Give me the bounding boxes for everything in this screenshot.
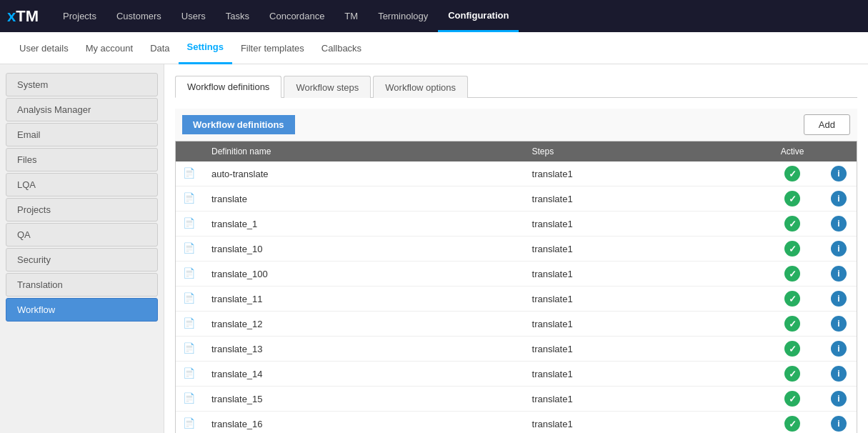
document-icon: 📄 — [183, 417, 194, 430]
subnav-my-account[interactable]: My account — [77, 32, 141, 64]
add-button[interactable]: Add — [804, 114, 850, 135]
row-name: auto-translate — [204, 161, 525, 186]
row-name: translate_15 — [204, 387, 525, 412]
col-steps: Steps — [525, 141, 764, 161]
row-info[interactable]: i — [821, 412, 857, 434]
workflow-table: Definition name Steps Active 📄 auto-tran… — [176, 141, 857, 433]
row-icon-cell: 📄 — [176, 287, 204, 312]
info-icon[interactable]: i — [831, 216, 847, 232]
table-row: 📄 translate_10 translate1 ✓ i — [176, 237, 857, 262]
row-icon-cell: 📄 — [176, 337, 204, 362]
nav-concordance[interactable]: Concordance — [259, 0, 334, 32]
sidebar-item-email[interactable]: Email — [6, 123, 158, 146]
sidebar-item-security[interactable]: Security — [6, 248, 158, 272]
active-check-icon: ✓ — [784, 416, 800, 432]
row-icon-cell: 📄 — [176, 186, 204, 211]
sidebar-item-workflow[interactable]: Workflow — [6, 298, 158, 322]
row-steps: translate1 — [525, 287, 764, 312]
row-info[interactable]: i — [821, 211, 857, 237]
active-check-icon: ✓ — [784, 191, 800, 206]
table-row: 📄 translate_1 translate1 ✓ i — [176, 211, 857, 237]
row-info[interactable]: i — [821, 362, 857, 387]
table-row: 📄 translate_12 translate1 ✓ i — [176, 312, 857, 337]
info-icon[interactable]: i — [831, 266, 847, 282]
row-active: ✓ — [764, 211, 821, 237]
sidebar-item-projects[interactable]: Projects — [6, 198, 158, 222]
col-active: Active — [764, 141, 821, 161]
sidebar-item-analysis-manager[interactable]: Analysis Manager — [6, 98, 158, 121]
info-icon[interactable]: i — [831, 391, 847, 407]
info-icon[interactable]: i — [831, 366, 847, 382]
active-check-icon: ✓ — [784, 316, 800, 332]
row-info[interactable]: i — [821, 312, 857, 337]
nav-users[interactable]: Users — [171, 0, 216, 32]
table-row: 📄 translate_11 translate1 ✓ i — [176, 287, 857, 312]
row-info[interactable]: i — [821, 387, 857, 412]
info-icon[interactable]: i — [831, 166, 847, 181]
info-icon[interactable]: i — [831, 291, 847, 307]
subnav-user-details[interactable]: User details — [11, 32, 77, 64]
nav-configuration[interactable]: Configuration — [438, 0, 519, 32]
row-info[interactable]: i — [821, 237, 857, 262]
row-steps: translate1 — [525, 237, 764, 262]
sidebar-item-files[interactable]: Files — [6, 148, 158, 171]
row-info[interactable]: i — [821, 186, 857, 211]
table-row: 📄 translate_13 translate1 ✓ i — [176, 337, 857, 362]
table-row: 📄 translate translate1 ✓ i — [176, 186, 857, 211]
document-icon: 📄 — [183, 317, 194, 330]
tab-workflow-steps[interactable]: Workflow steps — [284, 76, 371, 98]
document-icon: 📄 — [183, 392, 194, 405]
tab-workflow-definitions[interactable]: Workflow definitions — [175, 76, 281, 98]
top-navigation: xTM Projects Customers Users Tasks Conco… — [0, 0, 868, 32]
sidebar-item-lqa[interactable]: LQA — [6, 173, 158, 196]
active-check-icon: ✓ — [784, 216, 800, 232]
sidebar: System Analysis Manager Email Files LQA … — [0, 64, 164, 433]
sidebar-item-translation[interactable]: Translation — [6, 273, 158, 297]
document-icon: 📄 — [183, 167, 194, 180]
sidebar-item-system[interactable]: System — [6, 73, 158, 96]
row-name: translate_11 — [204, 287, 525, 312]
row-name: translate_16 — [204, 412, 525, 434]
row-info[interactable]: i — [821, 287, 857, 312]
subnav-callbacks[interactable]: Callbacks — [313, 32, 370, 64]
row-name: translate_100 — [204, 262, 525, 287]
row-name: translate_1 — [204, 211, 525, 237]
row-active: ✓ — [764, 337, 821, 362]
row-steps: translate1 — [525, 387, 764, 412]
subnav-data[interactable]: Data — [141, 32, 178, 64]
row-name: translate_14 — [204, 362, 525, 387]
table-toolbar: Workflow definitions Add — [175, 109, 857, 141]
nav-tm[interactable]: TM — [334, 0, 368, 32]
subnav-settings[interactable]: Settings — [179, 32, 232, 64]
document-icon: 📄 — [183, 367, 194, 380]
tab-workflow-options[interactable]: Workflow options — [373, 76, 468, 98]
row-icon-cell: 📄 — [176, 312, 204, 337]
row-active: ✓ — [764, 237, 821, 262]
document-icon: 📄 — [183, 242, 194, 255]
row-name: translate_10 — [204, 237, 525, 262]
content-area: Workflow definitions Workflow steps Work… — [164, 64, 868, 433]
nav-customers[interactable]: Customers — [106, 0, 171, 32]
document-icon: 📄 — [183, 342, 194, 355]
row-info[interactable]: i — [821, 161, 857, 186]
col-info — [821, 141, 857, 161]
row-active: ✓ — [764, 287, 821, 312]
row-info[interactable]: i — [821, 337, 857, 362]
active-check-icon: ✓ — [784, 266, 800, 282]
info-icon[interactable]: i — [831, 316, 847, 332]
row-name: translate — [204, 186, 525, 211]
row-icon-cell: 📄 — [176, 262, 204, 287]
subnav-filter-templates[interactable]: Filter templates — [232, 32, 313, 64]
nav-terminology[interactable]: Terminology — [368, 0, 438, 32]
nav-projects[interactable]: Projects — [53, 0, 106, 32]
row-info[interactable]: i — [821, 262, 857, 287]
info-icon[interactable]: i — [831, 341, 847, 357]
active-check-icon: ✓ — [784, 241, 800, 257]
section-header: Workflow definitions — [182, 115, 295, 134]
info-icon[interactable]: i — [831, 241, 847, 257]
info-icon[interactable]: i — [831, 191, 847, 206]
active-check-icon: ✓ — [784, 166, 800, 181]
info-icon[interactable]: i — [831, 416, 847, 432]
nav-tasks[interactable]: Tasks — [216, 0, 259, 32]
sidebar-item-qa[interactable]: QA — [6, 223, 158, 247]
